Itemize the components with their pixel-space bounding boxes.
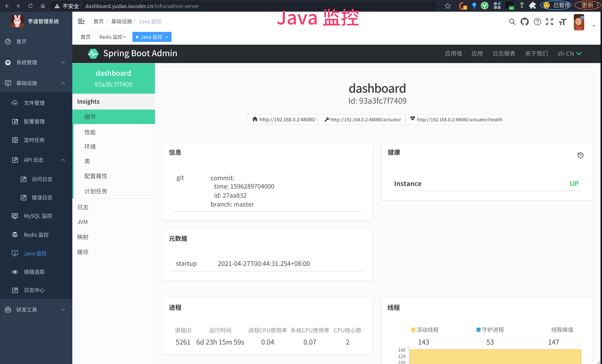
svg-text:on: on (510, 6, 513, 10)
svg-text:1: 1 (464, 6, 466, 9)
